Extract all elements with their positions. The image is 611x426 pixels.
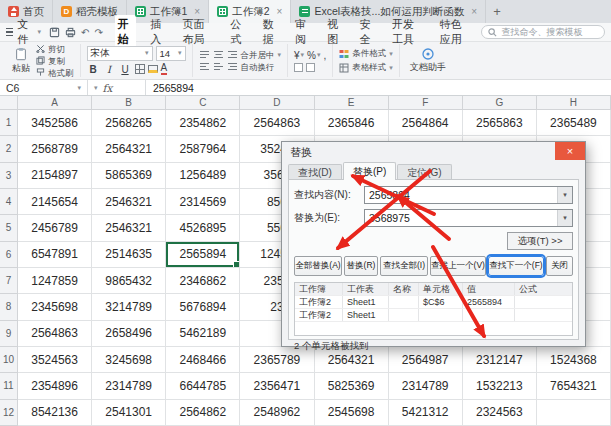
cell[interactable]: 2365846 [315, 110, 389, 136]
dialog-close-button[interactable]: × [555, 142, 585, 160]
row-header[interactable]: 9 [0, 321, 18, 347]
doc-assistant-button[interactable]: 文档助手 [406, 48, 450, 74]
chevron-down-icon[interactable]: ▾ [557, 210, 572, 226]
cell[interactable]: 2468466 [166, 347, 240, 373]
cell[interactable]: 2456789 [18, 215, 92, 241]
cell[interactable]: 7654321 [537, 373, 611, 399]
insert-function-button[interactable]: fx [103, 82, 113, 94]
search-box[interactable] [481, 25, 605, 39]
cell[interactable]: 1256489 [166, 163, 240, 189]
cell[interactable]: 2546321 [92, 189, 166, 215]
cell[interactable]: 2545698 [315, 400, 389, 426]
replace-button[interactable]: 替换(R) [344, 256, 378, 276]
column-header[interactable]: E [315, 96, 389, 110]
cell[interactable]: 6644785 [166, 373, 240, 399]
cell[interactable]: 5865369 [92, 163, 166, 189]
row-header[interactable]: 5 [0, 215, 18, 241]
column-header[interactable]: B [92, 96, 166, 110]
print-icon[interactable] [65, 27, 76, 38]
row-header[interactable]: 4 [0, 189, 18, 215]
italic-button[interactable]: I [103, 63, 116, 76]
cell[interactable]: 2345698 [18, 294, 92, 320]
borders-button[interactable] [135, 64, 145, 74]
row-header[interactable]: 3 [0, 163, 18, 189]
cell[interactable]: 2514635 [92, 242, 166, 268]
cell[interactable]: 3524563 [18, 347, 92, 373]
cell[interactable]: 2365489 [537, 110, 611, 136]
bold-button[interactable]: B [87, 63, 100, 76]
align-middle-icon[interactable] [213, 62, 224, 71]
cell[interactable]: 9865432 [92, 268, 166, 294]
cell[interactable]: 2587964 [166, 136, 240, 162]
cell[interactable]: 8542136 [18, 400, 92, 426]
find-next-button[interactable]: 查找下一个(F) [488, 256, 544, 276]
font-name-select[interactable]: 宋体 ▾ [87, 46, 153, 61]
align-bottom-icon[interactable] [227, 62, 238, 71]
row-header[interactable]: 10 [0, 347, 18, 373]
row-header[interactable]: 11 [0, 373, 18, 399]
chevron-down-icon[interactable]: ▾ [557, 187, 572, 203]
row-header[interactable]: 7 [0, 268, 18, 294]
currency-format-button[interactable]: ¥▾ [294, 50, 304, 61]
merge-center-button[interactable]: 合并居中 ▾ [241, 50, 282, 60]
conditional-format-button[interactable]: 条件格式 ▾ [339, 48, 393, 60]
row-header[interactable]: 1 [0, 110, 18, 136]
row-header[interactable]: 12 [0, 400, 18, 426]
new-tab-button[interactable]: + [486, 0, 508, 23]
result-row[interactable]: 工作簿2Sheet1$C$62565894 [295, 296, 572, 309]
options-button[interactable]: 选项(T) >> [507, 232, 573, 250]
cell[interactable]: 2564864 [389, 110, 463, 136]
replace-with-input[interactable]: 3568975▾ [364, 209, 573, 227]
cell[interactable]: 2564321 [92, 136, 166, 162]
result-row[interactable]: 工作簿2Sheet1 [295, 309, 572, 322]
file-menu-button[interactable]: 文件 ▾ [6, 17, 41, 47]
cell[interactable] [537, 400, 611, 426]
wrap-text-button[interactable]: 自动换行 [241, 62, 275, 72]
cell[interactable]: 2314789 [389, 373, 463, 399]
formula-input[interactable]: 2565894 [146, 80, 611, 95]
column-header[interactable]: A [18, 96, 92, 110]
save-icon[interactable] [49, 27, 60, 38]
close-button[interactable]: 关闭 [546, 256, 573, 276]
cell[interactable]: 5825369 [315, 373, 389, 399]
undo-icon[interactable]: ↶ [81, 27, 89, 38]
find-prev-button[interactable]: 查找上一个(V) [430, 256, 486, 276]
percent-format-button[interactable]: %▾ [307, 50, 320, 61]
cell[interactable]: 2324563 [463, 400, 537, 426]
search-input[interactable] [501, 27, 598, 37]
underline-button[interactable]: U [119, 63, 132, 76]
cell[interactable]: 2145654 [18, 189, 92, 215]
name-box[interactable]: C6 ▾ [0, 80, 88, 95]
cell[interactable]: 2346862 [166, 268, 240, 294]
goto-tab[interactable]: 定位(G) [397, 164, 451, 180]
font-size-select[interactable]: 14 ▾ [156, 46, 186, 61]
align-center-icon[interactable] [213, 50, 224, 59]
copy-button[interactable]: 复制 [36, 56, 74, 66]
cell[interactable]: 5421312 [389, 400, 463, 426]
cell[interactable]: 2314789 [92, 373, 166, 399]
cell[interactable]: 2354896 [18, 373, 92, 399]
column-header[interactable]: H [537, 96, 611, 110]
comma-format-button[interactable]: , [324, 50, 327, 61]
table-style-button[interactable]: 表格样式 ▾ [339, 62, 393, 74]
align-right-icon[interactable] [227, 50, 238, 59]
font-color-button[interactable]: A [161, 63, 168, 75]
cell[interactable]: 2541301 [92, 400, 166, 426]
row-header[interactable]: 2 [0, 136, 18, 162]
cell[interactable]: 2564862 [166, 400, 240, 426]
cell[interactable]: 2548962 [240, 400, 314, 426]
redo-icon[interactable]: ↷ [94, 27, 102, 38]
cell[interactable]: 1532213 [463, 373, 537, 399]
cell[interactable]: 2354862 [166, 110, 240, 136]
cell[interactable]: 2658496 [92, 321, 166, 347]
cell[interactable]: 5676894 [166, 294, 240, 320]
align-top-icon[interactable] [199, 62, 210, 71]
find-what-input[interactable]: 2565894▾ [364, 186, 573, 204]
cell[interactable]: 3452586 [18, 110, 92, 136]
cell[interactable]: 2565894 [166, 242, 240, 268]
cell[interactable]: 1247859 [18, 268, 92, 294]
cell[interactable]: 2568789 [18, 136, 92, 162]
align-left-icon[interactable] [199, 50, 210, 59]
cell[interactable]: 3245698 [92, 347, 166, 373]
find-all-button[interactable]: 查找全部(I) [380, 256, 428, 276]
